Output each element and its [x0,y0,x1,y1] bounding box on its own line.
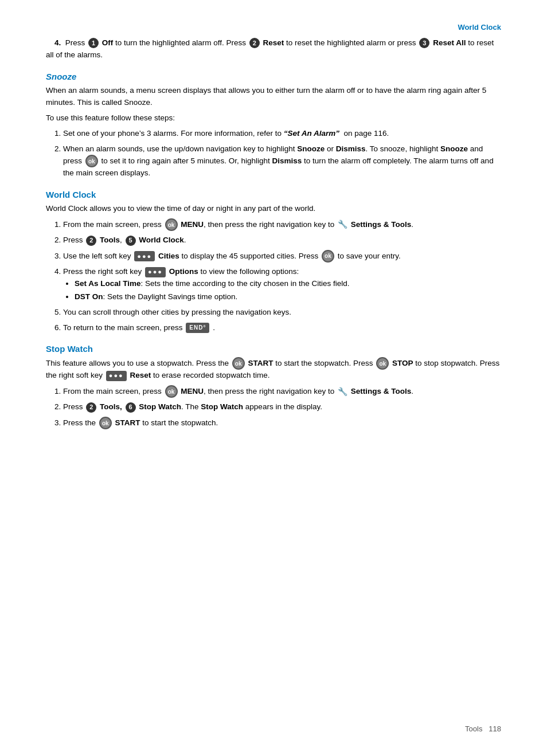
circle-2: 2 [249,38,260,48]
wc-option-dst: DST On: Sets the Daylight Savings time o… [75,291,501,303]
stop-watch-steps: From the main screen, press ok MENU, the… [63,385,501,429]
wc-step3: Use the left soft key ●●● Cities to disp… [63,250,501,263]
ok-icon-sw-start: ok [232,357,245,370]
snooze-step1: Set one of your phone’s 3 alarms. For mo… [63,128,501,140]
wc-step4: Press the right soft key ●●● Options to … [63,266,501,303]
snooze-step2: When an alarm sounds, use the up/down na… [63,143,501,180]
circle-2-sw: 2 [86,402,96,413]
ok-icon-sw3: ok [99,417,112,429]
wc-step1: From the main screen, press ok MENU, the… [63,218,501,231]
dots-btn-options: ●●● [145,267,166,277]
step4-num-label: 4. [54,38,61,47]
wc-step5: You can scroll through other cities by p… [63,307,501,319]
circle-2-wc: 2 [86,236,96,246]
snooze-para1: When an alarm sounds, a menu screen disp… [46,85,501,109]
wc-step6: To return to the main screen, press END°… [63,322,501,334]
step4-intro-para: 4. Press 1 Off to turn the highlighted a… [46,37,501,61]
ok-icon-wc3: ok [322,250,334,263]
stop-watch-title: Stop Watch [46,344,501,354]
wrench-icon-wc1: 🔧 [338,218,347,231]
ok-icon-snooze: ok [85,155,98,167]
sw-step2: Press 2 Tools, 6 Stop Watch. The Stop Wa… [63,401,501,413]
page-header: World Clock [46,23,501,32]
snooze-steps: Set one of your phone’s 3 alarms. For mo… [63,128,501,180]
ok-icon-sw-stop: ok [376,357,389,370]
footer-page: 118 [489,724,501,733]
wrench-icon-sw1: 🔧 [338,386,347,398]
circle-5-wc: 5 [126,236,136,246]
circle-1: 1 [88,38,99,48]
sw-step1: From the main screen, press ok MENU, the… [63,385,501,398]
ok-icon-sw1: ok [165,385,178,398]
sw-step3: Press the ok START to start the stopwatc… [63,417,501,429]
circle-6-sw: 6 [126,402,136,413]
header-section-label: World Clock [458,23,501,32]
wc-options-list: Set As Local Time: Sets the time accordi… [75,278,501,303]
world-clock-title: World Clock [46,190,501,199]
ok-icon-wc1: ok [165,218,178,231]
world-clock-intro: World Clock allows you to view the time … [46,203,501,215]
wc-option-local: Set As Local Time: Sets the time accordi… [75,278,501,289]
world-clock-steps: From the main screen, press ok MENU, the… [63,218,501,334]
dots-btn-cities: ●●● [134,251,155,261]
page-footer: Tools 118 [0,724,547,733]
stop-watch-intro: This feature allows you to use a stopwat… [46,357,501,382]
footer-label: Tools [465,724,482,733]
snooze-para2: To use this feature follow these steps: [46,112,501,124]
end-btn: END° [186,323,209,333]
dots-btn-reset: ●●● [106,371,127,381]
snooze-title: Snooze [46,72,501,81]
wc-step2: Press 2 Tools, 5 World Clock. [63,234,501,246]
circle-3: 3 [419,38,429,48]
